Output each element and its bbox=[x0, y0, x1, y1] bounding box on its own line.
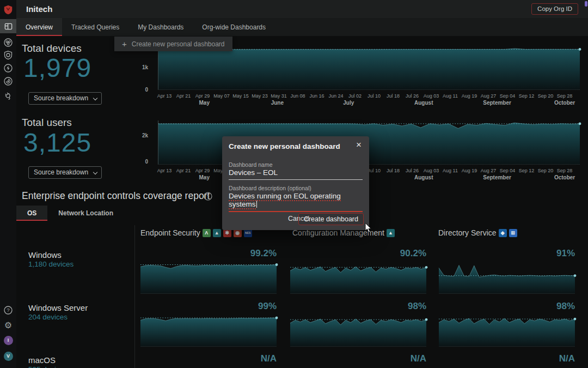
svg-text:?: ? bbox=[206, 194, 209, 200]
devices-timeline-chart bbox=[158, 46, 580, 90]
users-y-tick-0: 0 bbox=[131, 159, 148, 165]
sidebar-item-dashboards[interactable] bbox=[0, 19, 16, 33]
microsoft-icon: ⊞ bbox=[509, 229, 517, 237]
macos-ds-pct: N/A bbox=[439, 353, 575, 364]
tab-os[interactable]: OS bbox=[16, 206, 47, 221]
create-dashboard-modal: Create new personal dashboard × Dashboar… bbox=[222, 136, 369, 230]
sidebar-item-integrations[interactable] bbox=[0, 89, 16, 102]
ws-cm-pct: 98% bbox=[290, 301, 426, 312]
plus-icon: + bbox=[122, 39, 127, 49]
total-devices-value: 1,979 bbox=[23, 53, 91, 83]
row-windows-devices: 1,180 devices bbox=[28, 260, 74, 268]
dashboard-name-label: Dashboard name bbox=[229, 161, 273, 168]
users-y-tick-2k: 2k bbox=[131, 132, 148, 138]
tab-org-wide-dashboards[interactable]: Org-wide Dashboards bbox=[193, 18, 275, 36]
macos-es-pct: N/A bbox=[140, 353, 277, 364]
text-caret bbox=[256, 201, 257, 208]
devices-x-axis: Apr 13Apr 21Apr 29May 07May 15May 23May … bbox=[158, 93, 580, 99]
org-title: Initech bbox=[26, 4, 52, 14]
column-directory-service: Directory Service ◆⊞ bbox=[438, 228, 517, 237]
tab-my-dashboards[interactable]: My Dashboards bbox=[128, 18, 193, 36]
macos-cm-pct: N/A bbox=[290, 353, 426, 364]
windows-ds-pct: 91% bbox=[439, 248, 575, 259]
ws-es-sparkline bbox=[140, 313, 277, 347]
ws-ds-sparkline bbox=[439, 313, 575, 347]
settings-gear-icon[interactable]: ⚙ bbox=[0, 318, 16, 331]
windows-cm-sparkline bbox=[290, 260, 426, 294]
devices-y-tick-1k: 1k bbox=[131, 64, 148, 70]
green-vendor-icon: Λ bbox=[203, 229, 211, 237]
dashboard-description-label: Dashboard description (optional) bbox=[229, 185, 311, 191]
app-logo-icon[interactable] bbox=[0, 3, 16, 16]
tab-overview[interactable]: Overview bbox=[16, 18, 62, 36]
dashboard-description-input[interactable]: Devices running on EOL operating systems bbox=[229, 192, 363, 212]
info-icon[interactable]: ? bbox=[204, 192, 212, 203]
windows-es-pct: 99.2% bbox=[140, 248, 277, 259]
coverage-report-title: Enterprise endpoint controls coverage re… bbox=[22, 190, 210, 202]
svg-text:?: ? bbox=[7, 307, 9, 313]
ws-cm-sparkline bbox=[290, 313, 426, 347]
topbar: Initech Copy Org ID bbox=[16, 0, 588, 18]
windows-es-sparkline bbox=[140, 260, 277, 294]
devices-y-tick-0: 0 bbox=[131, 87, 148, 93]
row-macos-devices: 595 devices bbox=[28, 365, 68, 368]
create-dashboard-menu-item[interactable]: + Create new personal dashboard bbox=[114, 37, 232, 51]
sidebar-item-power[interactable] bbox=[0, 62, 16, 75]
modal-title: Create new personal dashboard bbox=[229, 142, 340, 150]
row-windows-label: Windows bbox=[28, 250, 62, 260]
sidebar: ? ⚙ I V bbox=[0, 0, 16, 368]
tab-network-location[interactable]: Network Location bbox=[47, 206, 124, 221]
close-icon[interactable]: × bbox=[354, 139, 364, 150]
sidebar-item-people[interactable] bbox=[0, 36, 16, 49]
users-source-breakdown-dropdown[interactable]: Source breakdown bbox=[28, 166, 102, 179]
create-dashboard-label: Create new personal dashboard bbox=[132, 40, 225, 48]
ws-es-pct: 99% bbox=[140, 301, 277, 312]
dashboard-name-input[interactable]: Devices – EOL bbox=[229, 168, 363, 180]
chevron-down-icon bbox=[93, 170, 97, 174]
sidebar-item-focus[interactable] bbox=[0, 75, 16, 88]
devices-source-breakdown-dropdown[interactable]: Source breakdown bbox=[28, 92, 102, 105]
azure-ad-icon: ◆ bbox=[499, 229, 507, 237]
windows-cm-pct: 90.2% bbox=[290, 248, 426, 259]
row-windows-server-label: Windows Server bbox=[28, 303, 88, 312]
main-tabbar: Overview Tracked Queries My Dashboards O… bbox=[16, 18, 588, 36]
windows-ds-sparkline bbox=[439, 260, 575, 294]
help-icon[interactable]: ? bbox=[0, 304, 16, 317]
teal-vendor-icon: ▲ bbox=[213, 229, 221, 237]
row-windows-server-devices: 204 devices bbox=[28, 313, 68, 321]
sidebar-item-security[interactable] bbox=[0, 49, 16, 62]
teal-vendor-icon: ▲ bbox=[387, 229, 395, 237]
scrollbar-thumb[interactable] bbox=[585, 1, 587, 7]
app-window: ? ⚙ I V Initech Copy Org ID Overview Tra… bbox=[0, 0, 588, 368]
coverage-tabbar: OS Network Location bbox=[16, 206, 124, 221]
table-divider bbox=[134, 225, 135, 368]
total-users-title: Total users bbox=[22, 117, 72, 129]
ws-ds-pct: 98% bbox=[439, 301, 575, 312]
row-macos-label: macOS bbox=[28, 355, 56, 365]
avatar-i[interactable]: I bbox=[0, 334, 16, 347]
total-users-value: 3,125 bbox=[23, 128, 91, 158]
devices-x-months: MayJuneJulyAugustSeptemberOctober bbox=[158, 100, 580, 106]
tab-tracked-queries[interactable]: Tracked Queries bbox=[62, 18, 128, 36]
create-dashboard-button[interactable]: Create dashboard bbox=[298, 213, 364, 225]
avatar-v[interactable]: V bbox=[0, 349, 16, 363]
copy-org-id-button[interactable]: Copy Org ID bbox=[531, 3, 578, 15]
chevron-down-icon bbox=[93, 96, 97, 100]
